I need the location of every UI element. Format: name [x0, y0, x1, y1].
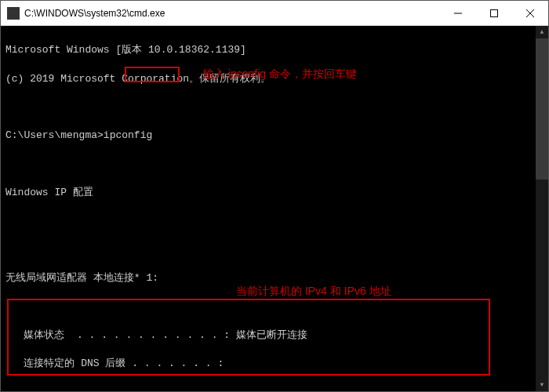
output-line: Microsoft Windows [版本 10.0.18362.1139]: [5, 43, 544, 57]
output-line: [5, 386, 544, 391]
output-line: Windows IP 配置: [5, 186, 544, 200]
output-line: [5, 214, 544, 228]
cmd-icon: [7, 7, 20, 20]
scroll-up-arrow[interactable]: ▲: [536, 26, 548, 38]
minimize-icon: [454, 9, 462, 17]
output-line: [5, 243, 544, 257]
cmd-window: C:\WINDOWS\system32\cmd.exe Microsoft Wi…: [0, 0, 549, 392]
scroll-thumb[interactable]: [536, 38, 548, 180]
prompt: C:\Users\mengma>: [5, 129, 104, 141]
annotation-highlight-ip: [7, 299, 490, 376]
scroll-down-arrow[interactable]: ▼: [536, 379, 548, 391]
window-controls: [440, 1, 548, 26]
maximize-button[interactable]: [476, 1, 512, 26]
close-button[interactable]: [512, 1, 548, 26]
annotation-note-command: 输入 ipconfig 命令，并按回车键: [203, 67, 357, 82]
command-text: ipconfig: [104, 129, 152, 141]
window-title: C:\WINDOWS\system32\cmd.exe: [24, 8, 440, 19]
output-line: [5, 158, 544, 172]
svg-rect-1: [491, 9, 498, 16]
annotation-highlight-command: [125, 67, 180, 82]
annotation-note-ip: 当前计算机的 IPv4 和 IPv6 地址: [236, 284, 391, 299]
minimize-button[interactable]: [440, 1, 476, 26]
titlebar: C:\WINDOWS\system32\cmd.exe: [1, 1, 548, 26]
maximize-icon: [490, 9, 498, 17]
scrollbar[interactable]: ▲ ▼: [536, 26, 548, 391]
prompt-line: C:\Users\mengma>ipconfig: [5, 129, 544, 143]
output-line: [5, 100, 544, 114]
terminal[interactable]: Microsoft Windows [版本 10.0.18362.1139] (…: [1, 26, 548, 391]
close-icon: [526, 9, 534, 17]
